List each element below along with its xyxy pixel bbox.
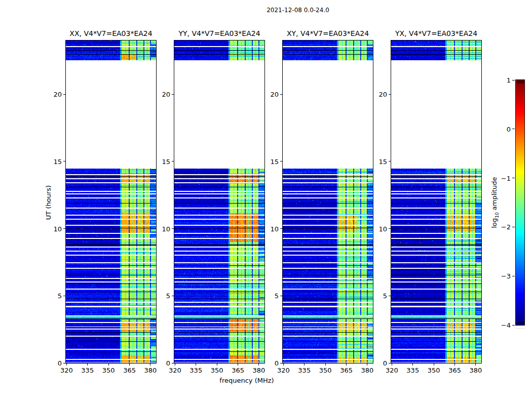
x-tick bbox=[87, 363, 88, 366]
colorbar-tick bbox=[512, 227, 515, 227]
y-tick-label: 20 bbox=[373, 91, 387, 98]
colorbar-tick bbox=[512, 178, 515, 178]
colorbar-tick bbox=[512, 80, 515, 80]
x-tick bbox=[283, 363, 284, 366]
x-tick-label: 365 bbox=[340, 367, 353, 374]
x-tick-label: 335 bbox=[189, 367, 202, 374]
x-tick-label: 320 bbox=[277, 367, 290, 374]
y-tick bbox=[63, 228, 65, 229]
colorbar-tick bbox=[512, 325, 515, 326]
panel-title-yx: YX, V4*V7=EA03*EA24 bbox=[395, 29, 477, 37]
spectrogram-canvas-yx bbox=[391, 40, 481, 363]
colorbar-minor-dots bbox=[519, 328, 520, 329]
spectrogram-panel-yx bbox=[391, 40, 482, 363]
spectrogram-panel-yy bbox=[174, 40, 265, 363]
y-tick-label: 15 bbox=[156, 157, 170, 165]
y-tick-label: 5 bbox=[264, 292, 279, 300]
figure-title: 2021-12-08 0.0-24.0 bbox=[267, 7, 329, 14]
x-tick bbox=[108, 363, 109, 366]
y-tick bbox=[63, 296, 65, 296]
y-tick-label: 0 bbox=[48, 359, 62, 367]
y-tick bbox=[280, 94, 282, 95]
y-tick-label: 5 bbox=[48, 292, 62, 300]
x-tick-label: 380 bbox=[253, 367, 265, 374]
panel-title-yy: YY, V4*V7=EA03*EA24 bbox=[178, 29, 260, 37]
colorbar-label: log10 amplitude bbox=[490, 177, 500, 228]
x-tick bbox=[175, 363, 175, 366]
y-tick bbox=[280, 296, 282, 296]
x-tick bbox=[217, 363, 217, 366]
y-tick-label: 0 bbox=[156, 359, 170, 367]
y-tick bbox=[280, 363, 282, 363]
spectrogram-panel-xy bbox=[282, 40, 373, 363]
y-tick-label: 15 bbox=[48, 157, 62, 165]
y-tick bbox=[172, 161, 174, 161]
colorbar-tick-label: −1 bbox=[498, 174, 511, 182]
y-tick bbox=[389, 228, 391, 229]
spectrogram-figure: 2021-12-08 0.0-24.0 XX, V4*V7=EA03*EA24 … bbox=[0, 0, 532, 405]
y-tick-label: 15 bbox=[373, 157, 387, 165]
x-tick bbox=[238, 363, 238, 366]
x-tick-label: 365 bbox=[448, 367, 461, 374]
spectrogram-canvas-xy bbox=[283, 40, 373, 363]
x-tick-label: 365 bbox=[123, 367, 136, 374]
colorbar-tick-label: −3 bbox=[498, 272, 511, 280]
y-tick-label: 5 bbox=[373, 292, 387, 300]
x-tick-label: 380 bbox=[470, 367, 482, 374]
panel-title-xy: XY, V4*V7=EA03*EA24 bbox=[287, 29, 369, 37]
spectrogram-canvas-xx bbox=[66, 40, 156, 363]
colorbar-minor-dots bbox=[524, 328, 524, 329]
y-tick bbox=[63, 161, 65, 161]
y-tick bbox=[389, 94, 391, 95]
y-tick bbox=[389, 161, 391, 161]
y-tick-label: 10 bbox=[156, 225, 170, 232]
colorbar-minor-dots bbox=[522, 328, 523, 329]
x-tick bbox=[150, 363, 150, 366]
y-tick bbox=[63, 94, 65, 95]
x-tick-label: 350 bbox=[102, 367, 115, 374]
x-tick-label: 335 bbox=[81, 367, 94, 374]
y-tick bbox=[63, 363, 65, 363]
x-tick bbox=[346, 363, 347, 366]
y-tick-label: 10 bbox=[373, 225, 387, 232]
y-tick bbox=[389, 296, 391, 296]
x-tick bbox=[304, 363, 305, 366]
x-tick-label: 320 bbox=[169, 367, 181, 374]
x-tick-label: 350 bbox=[428, 367, 440, 374]
y-tick bbox=[172, 363, 174, 363]
y-tick bbox=[389, 363, 391, 363]
colorbar-tick bbox=[512, 276, 515, 276]
x-tick-label: 350 bbox=[211, 367, 223, 374]
y-tick-label: 10 bbox=[264, 225, 279, 232]
spectrogram-panel-xx bbox=[65, 40, 157, 363]
colorbar bbox=[515, 79, 525, 326]
y-tick bbox=[172, 94, 174, 95]
x-tick bbox=[434, 363, 434, 366]
x-axis-label: frequency (MHz) bbox=[219, 377, 274, 384]
colorbar-tick-label: 0 bbox=[498, 125, 511, 133]
panel-title-xx: XX, V4*V7=EA03*EA24 bbox=[69, 29, 152, 37]
colorbar-minor-dots bbox=[518, 328, 518, 329]
spectrogram-canvas-yy bbox=[174, 40, 264, 363]
colorbar-canvas bbox=[516, 80, 524, 325]
y-tick bbox=[280, 228, 282, 229]
x-tick-label: 320 bbox=[386, 367, 398, 374]
colorbar-minor-dots bbox=[521, 328, 521, 329]
x-tick bbox=[367, 363, 367, 366]
colorbar-minor-dots bbox=[516, 328, 517, 329]
y-tick-label: 0 bbox=[264, 359, 279, 367]
x-tick-label: 380 bbox=[144, 367, 157, 374]
colorbar-tick-label: −4 bbox=[498, 321, 511, 329]
y-tick bbox=[172, 228, 174, 229]
x-tick bbox=[66, 363, 67, 366]
y-tick bbox=[172, 296, 174, 296]
y-tick-label: 15 bbox=[264, 157, 279, 165]
x-tick-label: 350 bbox=[319, 367, 332, 374]
x-tick bbox=[412, 363, 413, 366]
colorbar-tick-label: −2 bbox=[498, 223, 511, 231]
x-tick bbox=[258, 363, 259, 366]
x-tick-label: 335 bbox=[298, 367, 311, 374]
y-tick-label: 20 bbox=[264, 91, 279, 98]
x-tick-label: 380 bbox=[361, 367, 374, 374]
x-tick bbox=[392, 363, 392, 366]
